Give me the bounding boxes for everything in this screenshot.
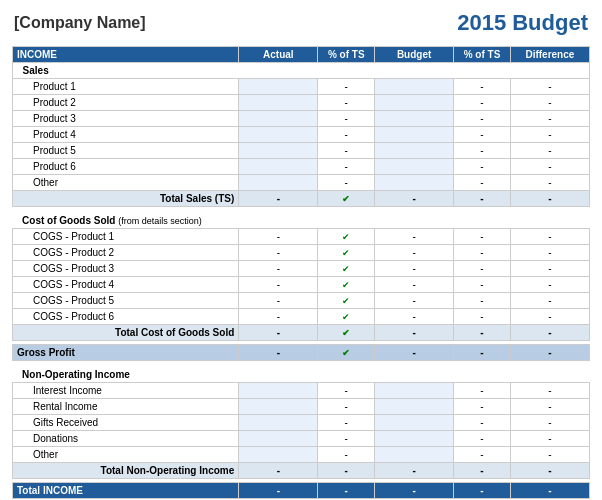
cogs3-pct2: -	[454, 261, 511, 277]
spreadsheet: INCOME Actual % of TS Budget % of TS Dif…	[12, 46, 590, 499]
gifts-pct1: -	[318, 415, 375, 431]
header: [Company Name] 2015 Budget	[12, 10, 590, 36]
list-item: COGS - Product 5 - ✔ - - -	[13, 293, 590, 309]
product6-pct2: -	[454, 159, 511, 175]
interest-diff: -	[510, 383, 589, 399]
budget-title: 2015 Budget	[457, 10, 588, 36]
cogs-label: Cost of Goods Sold (from details section…	[13, 213, 590, 229]
product4-budget-input[interactable]	[375, 127, 454, 143]
other-nonop-label: Other	[13, 447, 239, 463]
rental-pct2: -	[454, 399, 511, 415]
cogs5-diff: -	[510, 293, 589, 309]
donations-actual-input[interactable]	[239, 431, 318, 447]
rental-actual-input[interactable]	[239, 399, 318, 415]
other-nonop-pct2: -	[454, 447, 511, 463]
other-sales-diff: -	[510, 175, 589, 191]
total-cogs-check: ✔	[318, 325, 375, 341]
rental-diff: -	[510, 399, 589, 415]
cogs5-budget: -	[375, 293, 454, 309]
cogs2-budget: -	[375, 245, 454, 261]
product1-pct2: -	[454, 79, 511, 95]
product5-label: Product 5	[13, 143, 239, 159]
interest-pct1: -	[318, 383, 375, 399]
total-nonop-pct1: -	[318, 463, 375, 479]
cogs6-diff: -	[510, 309, 589, 325]
product6-actual-input[interactable]	[239, 159, 318, 175]
cogs3-diff: -	[510, 261, 589, 277]
gross-profit-actual: -	[239, 345, 318, 361]
rental-budget-input[interactable]	[375, 399, 454, 415]
col-actual: Actual	[239, 47, 318, 63]
product2-actual-input[interactable]	[239, 95, 318, 111]
total-nonop-budget: -	[375, 463, 454, 479]
total-nonop-actual: -	[239, 463, 318, 479]
total-income-diff: -	[510, 483, 589, 499]
cogs4-check: ✔	[318, 277, 375, 293]
cogs1-actual: -	[239, 229, 318, 245]
gross-profit-diff: -	[510, 345, 589, 361]
col-label: INCOME	[13, 47, 239, 63]
list-item: COGS - Product 1 - ✔ - - -	[13, 229, 590, 245]
donations-label: Donations	[13, 431, 239, 447]
cogs2-pct2: -	[454, 245, 511, 261]
product1-label: Product 1	[13, 79, 239, 95]
product2-pct2: -	[454, 95, 511, 111]
interest-actual-input[interactable]	[239, 383, 318, 399]
cogs6-budget: -	[375, 309, 454, 325]
product4-actual-input[interactable]	[239, 127, 318, 143]
total-sales-budget: -	[375, 191, 454, 207]
total-sales-diff: -	[510, 191, 589, 207]
product5-budget-input[interactable]	[375, 143, 454, 159]
non-op-label: Non-Operating Income	[13, 367, 590, 383]
other-nonop-pct1: -	[318, 447, 375, 463]
cogs5-pct2: -	[454, 293, 511, 309]
total-income-budget: -	[375, 483, 454, 499]
product2-budget-input[interactable]	[375, 95, 454, 111]
product6-budget-input[interactable]	[375, 159, 454, 175]
total-sales-checkmark: ✔	[318, 191, 375, 207]
other-nonop-actual-input[interactable]	[239, 447, 318, 463]
gifts-budget-input[interactable]	[375, 415, 454, 431]
product5-actual-input[interactable]	[239, 143, 318, 159]
other-nonop-budget-input[interactable]	[375, 447, 454, 463]
list-item: Rental Income - - -	[13, 399, 590, 415]
product1-actual-input[interactable]	[239, 79, 318, 95]
cogs2-label: COGS - Product 2	[13, 245, 239, 261]
other-sales-label: Other	[13, 175, 239, 191]
total-sales-row: Total Sales (TS) - ✔ - - -	[13, 191, 590, 207]
total-nonop-pct2: -	[454, 463, 511, 479]
other-sales-budget-input[interactable]	[375, 175, 454, 191]
list-item: COGS - Product 4 - ✔ - - -	[13, 277, 590, 293]
other-sales-pct2: -	[454, 175, 511, 191]
cogs4-diff: -	[510, 277, 589, 293]
gifts-label: Gifts Received	[13, 415, 239, 431]
gross-profit-pct2: -	[454, 345, 511, 361]
cogs2-diff: -	[510, 245, 589, 261]
other-sales-actual-input[interactable]	[239, 175, 318, 191]
cogs3-label: COGS - Product 3	[13, 261, 239, 277]
gifts-actual-input[interactable]	[239, 415, 318, 431]
cogs4-actual: -	[239, 277, 318, 293]
product1-budget-input[interactable]	[375, 79, 454, 95]
gross-profit-check: ✔	[318, 345, 375, 361]
total-cogs-diff: -	[510, 325, 589, 341]
total-cogs-label: Total Cost of Goods Sold	[13, 325, 239, 341]
list-item: Gifts Received - - -	[13, 415, 590, 431]
cogs6-pct2: -	[454, 309, 511, 325]
cogs1-check: ✔	[318, 229, 375, 245]
donations-budget-input[interactable]	[375, 431, 454, 447]
donations-diff: -	[510, 431, 589, 447]
cogs3-actual: -	[239, 261, 318, 277]
cogs1-budget: -	[375, 229, 454, 245]
product3-budget-input[interactable]	[375, 111, 454, 127]
product5-pct1: -	[318, 143, 375, 159]
list-item: Donations - - -	[13, 431, 590, 447]
rental-pct1: -	[318, 399, 375, 415]
interest-budget-input[interactable]	[375, 383, 454, 399]
product3-actual-input[interactable]	[239, 111, 318, 127]
list-item: COGS - Product 6 - ✔ - - -	[13, 309, 590, 325]
total-nonop-diff: -	[510, 463, 589, 479]
product3-diff: -	[510, 111, 589, 127]
donations-pct2: -	[454, 431, 511, 447]
total-nonop-row: Total Non-Operating Income - - - - -	[13, 463, 590, 479]
